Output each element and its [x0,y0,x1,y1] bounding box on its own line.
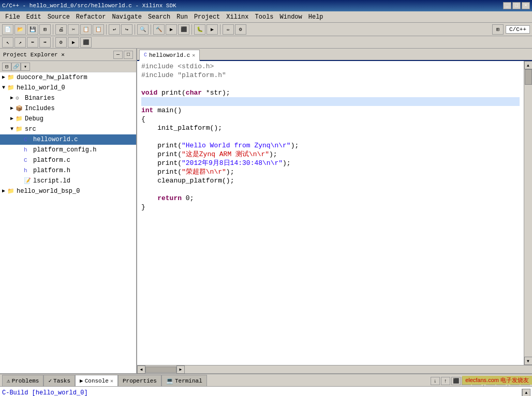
bottom-scroll-up[interactable]: ▲ [522,389,530,396]
redo-button[interactable]: ↪ [121,24,132,35]
tab-console[interactable]: ▶ Console ✕ [75,375,118,386]
pe-header: Project Explorer ✕ — □ [0,49,136,61]
tb-btn-6[interactable]: ⬛ [178,24,189,35]
tree-item-platform-config[interactable]: h platform_config.h [0,145,136,155]
menu-refactor[interactable]: Refactor [73,12,109,22]
tab-close-console[interactable]: ✕ [110,378,113,384]
tree-item-src[interactable]: ▼ 📁 src [0,124,136,134]
menu-run[interactable]: Run [173,12,191,22]
menu-window[interactable]: Window [277,12,305,22]
tb-btn-8[interactable]: ⚙ [235,24,246,35]
tb-btn-7[interactable]: ✏ [223,24,234,35]
tab-close-button[interactable]: ✕ [192,52,195,58]
tab-properties[interactable]: Properties [118,375,161,386]
tb-btn-5[interactable]: ▶ [166,24,177,35]
expand-arrow[interactable]: ▼ [10,125,16,134]
expand-arrow[interactable]: ▶ [10,94,16,103]
sep5 [191,24,192,35]
expand-arrow[interactable]: ▶ [10,114,16,124]
menu-navigate[interactable]: Navigate [109,12,145,22]
tb2-btn-3[interactable]: ⬅ [27,37,38,48]
terminal-icon: 💻 [166,377,173,384]
menu-source[interactable]: Source [45,12,73,22]
tree-item-helloworld-c[interactable]: C helloworld.c [0,134,136,145]
debug-button[interactable]: 🐛 [194,24,205,35]
tb2-btn-7[interactable]: ⬛ [80,37,92,48]
print-button[interactable]: 🖨 [55,24,67,35]
console-output: C-Build [hello_world_0] make all Buildin… [2,389,522,396]
scrollbar-thumb[interactable] [525,69,532,85]
console-btn-2[interactable]: ↑ [441,377,450,385]
console-btn-1[interactable]: ↓ [431,377,440,385]
pe-link[interactable]: 🔗 [11,63,21,71]
close-button[interactable]: × [522,2,530,9]
undo-button[interactable]: ↩ [109,24,120,35]
tree-item-binaries[interactable]: ▶ ⚙ Binaries [0,93,136,103]
run-button[interactable]: ▶ [206,24,218,35]
menu-file[interactable]: File [2,12,23,22]
console-btn-3[interactable]: ⬛ [451,377,461,385]
menu-project[interactable]: Project [191,12,223,22]
menu-search[interactable]: Search [145,12,173,22]
scroll-left-arrow[interactable]: ◀ [137,365,145,374]
tree-item-debug[interactable]: ▶ 📁 Debug [0,114,136,124]
expand-arrow[interactable]: ▶ [2,73,7,82]
h-scrollbar-thumb[interactable] [145,367,176,373]
title-text: C/C++ - hello_world_0/src/helloworld.c -… [2,3,176,9]
tb-btn-2[interactable]: ✂ [68,24,79,35]
tree-label: duocore_hw_platform [17,73,87,82]
tree-item-hello-world[interactable]: ▼ 📁 hello_world_0 [0,83,136,93]
tree-label: hello_world_bsp_0 [17,187,80,196]
save-all-button[interactable]: ⊞ [39,24,51,35]
menu-tools[interactable]: Tools [252,12,277,22]
search-button[interactable]: 🔍 [137,24,149,35]
open-button[interactable]: 📂 [14,24,26,35]
tree-item-lscript[interactable]: 📝 lscript.ld [0,176,136,186]
expand-arrow[interactable]: ▶ [10,104,16,113]
tb2-btn-2[interactable]: ↗ [14,37,26,48]
tb2-btn-5[interactable]: ⚙ [55,37,67,48]
menu-edit[interactable]: Edit [23,12,45,22]
tree-item-platform-c[interactable]: C platform.c [0,155,136,165]
tb2-btn-6[interactable]: ▶ [68,37,79,48]
tree-label: Binaries [25,94,55,103]
tab-terminal[interactable]: 💻 Terminal [161,375,207,386]
tb2-btn-1[interactable]: ↖ [2,37,13,48]
expand-arrow[interactable]: ▶ [2,187,7,196]
build-button[interactable]: 🔨 [153,24,165,35]
tab-label: Console [85,378,109,384]
tab-tasks[interactable]: ✓ Tasks [43,375,75,386]
main-area: Project Explorer ✕ — □ ⊟ 🔗 ▾ ▶ 📁 duocore… [0,49,532,373]
pe-minimize[interactable]: — [113,51,123,59]
bottom-scrollbar[interactable]: ▲ ▼ [522,389,530,396]
minimize-button[interactable]: _ [503,2,511,9]
pe-maximize[interactable]: □ [124,51,133,59]
tree-item-includes[interactable]: ▶ 📦 Includes [0,103,136,114]
menu-xilinx[interactable]: Xilinx [223,12,252,22]
sep6 [220,24,220,35]
editor-scrollbar-right[interactable]: ▲ ▼ [524,61,532,365]
code-editor[interactable]: #include <stdio.h> #include "platform.h"… [137,61,524,365]
c-file-icon: C [24,135,32,144]
tree-item-platform-h[interactable]: h platform.h [0,165,136,176]
tab-helloworld-c[interactable]: C helloworld.c ✕ [139,50,200,61]
editor-scrollbar-bottom[interactable]: ◀ ▶ [137,365,532,373]
tab-problems[interactable]: ⚠ Problems [2,375,43,386]
tb-btn-4[interactable]: 📋 [93,24,104,35]
scroll-up-arrow[interactable]: ▲ [524,61,533,69]
tb-btn-3[interactable]: 📋 [80,24,92,35]
scroll-right-arrow[interactable]: ▶ [176,365,185,374]
maximize-button[interactable]: □ [512,2,521,9]
scroll-down-arrow[interactable]: ▼ [524,357,533,365]
perspective-button[interactable]: ⊞ [492,24,504,35]
menu-help[interactable]: Help [305,12,327,22]
tb2-btn-4[interactable]: ➡ [39,37,51,48]
new-button[interactable]: 📄 [2,24,13,35]
pe-collapse-all[interactable]: ⊟ [2,63,11,71]
title-bar: C/C++ - hello_world_0/src/helloworld.c -… [0,0,532,11]
save-button[interactable]: 💾 [27,24,38,35]
expand-arrow[interactable]: ▼ [2,83,7,93]
tree-item-duocore[interactable]: ▶ 📁 duocore_hw_platform [0,72,136,83]
pe-filter[interactable]: ▾ [21,63,30,71]
tree-item-bsp[interactable]: ▶ 📁 hello_world_bsp_0 [0,186,136,196]
